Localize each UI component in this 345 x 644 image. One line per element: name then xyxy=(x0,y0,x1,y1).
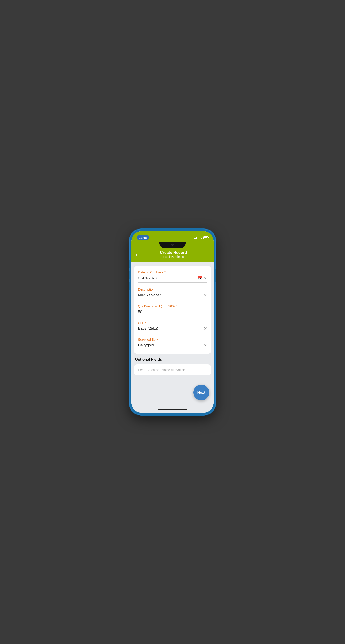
description-field: Description * Milk Replacer ✕ xyxy=(138,288,207,300)
page-title: Create Record xyxy=(138,250,209,255)
description-row[interactable]: Milk Replacer ✕ xyxy=(138,293,207,300)
signal-icon xyxy=(194,236,198,239)
date-of-purchase-actions: 📅 ✕ xyxy=(197,276,207,281)
supplied-by-value: Dairygold xyxy=(138,343,204,348)
description-actions: ✕ xyxy=(204,293,207,297)
camera-icon xyxy=(171,244,174,246)
supplied-by-label: Supplied By * xyxy=(138,338,207,341)
supplied-by-clear-button[interactable]: ✕ xyxy=(204,343,207,347)
status-bar: 12:46 ∿ xyxy=(131,231,214,242)
back-button[interactable]: ‹ xyxy=(136,252,138,258)
optional-card[interactable]: Feed Batch or Invoice (if availab… xyxy=(134,364,211,375)
date-of-purchase-row[interactable]: 03/01/2023 📅 ✕ xyxy=(138,276,207,283)
description-value: Milk Replacer xyxy=(138,293,204,298)
main-content: Date of Purchase * 03/01/2023 📅 ✕ Descri… xyxy=(131,262,214,408)
calendar-icon[interactable]: 📅 xyxy=(197,276,202,281)
description-label: Description * xyxy=(138,288,207,291)
optional-placeholder: Feed Batch or Invoice (if availab… xyxy=(138,368,188,372)
unit-actions: ✕ xyxy=(204,326,207,330)
description-clear-button[interactable]: ✕ xyxy=(204,293,207,297)
qty-purchased-field: Qty Purchased (e.g. 500) * 50 xyxy=(138,304,207,316)
home-indicator xyxy=(131,408,214,413)
qty-purchased-label: Qty Purchased (e.g. 500) * xyxy=(138,304,207,308)
phone-frame: 12:46 ∿ ‹ C xyxy=(130,229,215,415)
status-icons: ∿ xyxy=(194,236,208,240)
battery-icon xyxy=(203,236,208,239)
phone-screen: 12:46 ∿ ‹ C xyxy=(131,231,214,413)
date-clear-button[interactable]: ✕ xyxy=(204,276,207,280)
qty-purchased-value: 50 xyxy=(138,310,207,314)
next-label: Next xyxy=(197,390,205,395)
form-card: Date of Purchase * 03/01/2023 📅 ✕ Descri… xyxy=(134,266,211,354)
date-of-purchase-field: Date of Purchase * 03/01/2023 📅 ✕ xyxy=(138,270,207,283)
supplied-by-actions: ✕ xyxy=(204,343,207,347)
unit-clear-button[interactable]: ✕ xyxy=(204,326,207,330)
qty-purchased-row[interactable]: 50 xyxy=(138,310,207,316)
date-of-purchase-value: 03/01/2023 xyxy=(138,276,197,280)
unit-label: Unit * xyxy=(138,321,207,325)
unit-row[interactable]: Bags (25kg) ✕ xyxy=(138,326,207,333)
supplied-by-row[interactable]: Dairygold ✕ xyxy=(138,343,207,350)
home-bar xyxy=(158,409,187,410)
optional-section-title: Optional Fields xyxy=(134,357,211,362)
status-time: 12:46 xyxy=(137,235,149,240)
app-header: ‹ Create Record Feed Purchase xyxy=(131,248,214,262)
notch-area xyxy=(131,242,214,248)
header-title-area: Create Record Feed Purchase xyxy=(138,250,209,258)
page-subtitle: Feed Purchase xyxy=(138,255,209,258)
supplied-by-field: Supplied By * Dairygold ✕ xyxy=(138,338,207,350)
next-button[interactable]: Next xyxy=(193,384,209,400)
date-of-purchase-label: Date of Purchase * xyxy=(138,270,207,274)
unit-value: Bags (25kg) xyxy=(138,326,204,331)
wifi-icon: ∿ xyxy=(200,236,202,240)
notch xyxy=(159,242,186,248)
unit-field: Unit * Bags (25kg) ✕ xyxy=(138,321,207,333)
